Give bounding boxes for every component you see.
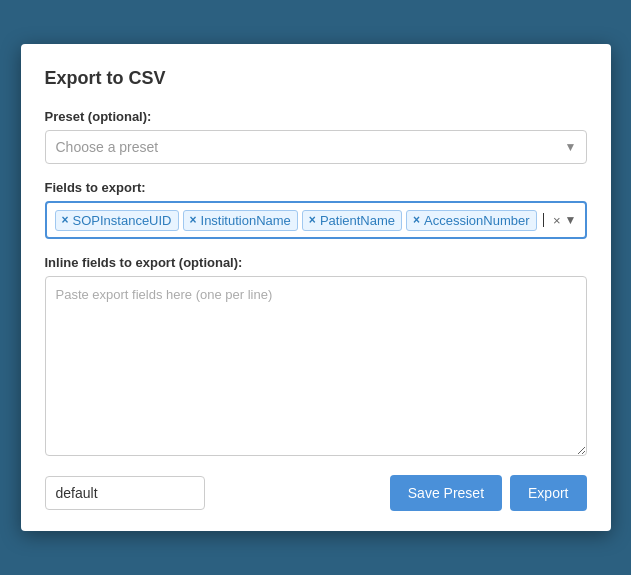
export-dialog: Export to CSV Preset (optional): Choose … <box>21 44 611 531</box>
preset-section: Preset (optional): Choose a preset ▼ <box>45 109 587 164</box>
clear-all-icon[interactable]: × <box>553 213 561 228</box>
preset-label: Preset (optional): <box>45 109 587 124</box>
dialog-title: Export to CSV <box>45 68 587 89</box>
tag-accessionnumber: × AccessionNumber <box>406 210 537 231</box>
fields-section: Fields to export: × SOPInstanceUID × Ins… <box>45 180 587 239</box>
inline-fields-label: Inline fields to export (optional): <box>45 255 587 270</box>
inline-fields-textarea[interactable] <box>45 276 587 456</box>
tag-accessionnumber-label: AccessionNumber <box>424 213 530 228</box>
preset-name-input[interactable] <box>45 476 205 510</box>
tag-sopinstanceuid: × SOPInstanceUID <box>55 210 179 231</box>
dialog-footer: Save Preset Export <box>45 475 587 511</box>
tag-patientname: × PatientName <box>302 210 402 231</box>
export-button[interactable]: Export <box>510 475 586 511</box>
preset-select[interactable]: Choose a preset <box>45 130 587 164</box>
preset-select-wrapper: Choose a preset ▼ <box>45 130 587 164</box>
fields-container[interactable]: × SOPInstanceUID × InstitutionName × Pat… <box>45 201 587 239</box>
inline-fields-section: Inline fields to export (optional): <box>45 255 587 459</box>
tag-institutionname-label: InstitutionName <box>201 213 291 228</box>
dialog-overlay: Export to CSV Preset (optional): Choose … <box>0 0 631 575</box>
fields-label: Fields to export: <box>45 180 587 195</box>
remove-sopinstanceuid-icon[interactable]: × <box>62 214 69 226</box>
text-cursor <box>543 213 544 227</box>
remove-patientname-icon[interactable]: × <box>309 214 316 226</box>
tag-patientname-label: PatientName <box>320 213 395 228</box>
tag-sopinstanceuid-label: SOPInstanceUID <box>73 213 172 228</box>
tag-institutionname: × InstitutionName <box>183 210 298 231</box>
footer-buttons: Save Preset Export <box>390 475 587 511</box>
save-preset-button[interactable]: Save Preset <box>390 475 502 511</box>
remove-accessionnumber-icon[interactable]: × <box>413 214 420 226</box>
remove-institutionname-icon[interactable]: × <box>190 214 197 226</box>
fields-actions: × ▼ <box>553 213 576 228</box>
fields-dropdown-icon[interactable]: ▼ <box>565 213 577 227</box>
